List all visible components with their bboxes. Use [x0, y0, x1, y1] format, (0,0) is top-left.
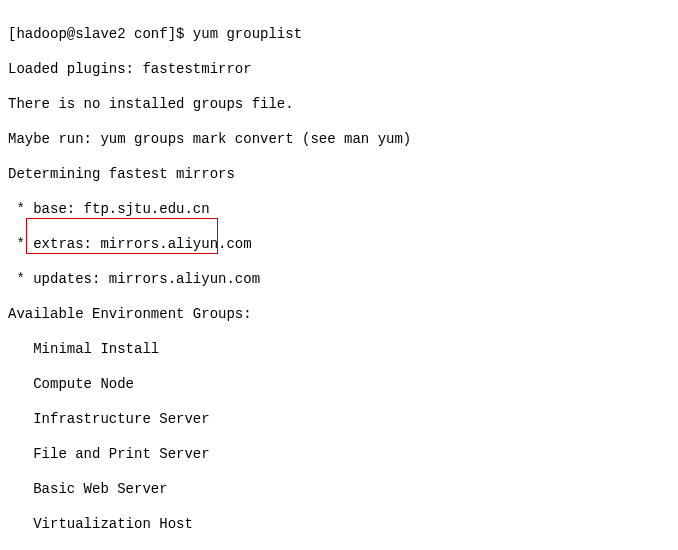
prompt-line: [hadoop@slave2 conf]$ yum grouplist — [8, 26, 670, 44]
output-line: Maybe run: yum groups mark convert (see … — [8, 131, 670, 149]
env-group-item: Minimal Install — [8, 341, 670, 359]
prompt-symbol: $ — [176, 26, 184, 42]
env-group-item: Basic Web Server — [8, 481, 670, 499]
terminal-output: [hadoop@slave2 conf]$ yum grouplist Load… — [8, 8, 670, 550]
env-group-item: Virtualization Host — [8, 516, 670, 534]
output-line: Determining fastest mirrors — [8, 166, 670, 184]
mirror-line: * base: ftp.sjtu.edu.cn — [8, 201, 670, 219]
mirror-line: * extras: mirrors.aliyun.com — [8, 236, 670, 254]
prompt-userhost: [hadoop@slave2 conf] — [8, 26, 176, 42]
env-groups-header: Available Environment Groups: — [8, 306, 670, 324]
output-line: There is no installed groups file. — [8, 96, 670, 114]
command-text: yum grouplist — [193, 26, 302, 42]
mirror-line: * updates: mirrors.aliyun.com — [8, 271, 670, 289]
env-group-item: Infrastructure Server — [8, 411, 670, 429]
env-group-item: Compute Node — [8, 376, 670, 394]
output-line: Loaded plugins: fastestmirror — [8, 61, 670, 79]
env-group-item: File and Print Server — [8, 446, 670, 464]
